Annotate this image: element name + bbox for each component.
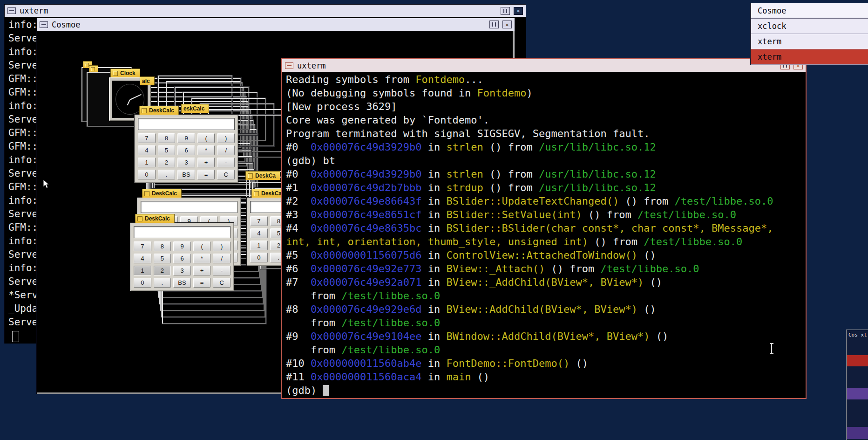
window-tab[interactable]	[89, 65, 98, 72]
calc-button-5[interactable]: 5	[158, 145, 176, 155]
calc-button-([interactable]: (	[193, 241, 211, 251]
close-button[interactable]: ✕	[502, 21, 512, 28]
calc-button-C[interactable]: C	[213, 278, 231, 288]
calc-button-5[interactable]: 5	[154, 254, 171, 263]
calc-button-C[interactable]: C	[217, 170, 235, 179]
deskcalc-window-tab[interactable]: DeskCalc	[142, 189, 182, 198]
close-icon: ✕	[516, 7, 520, 14]
terminal-line: (gdb)	[286, 385, 802, 397]
calc-button-.[interactable]: .	[154, 278, 171, 288]
calc-button-9[interactable]: 9	[177, 133, 195, 143]
calc-button-=[interactable]: =	[197, 170, 215, 179]
tab-close-box[interactable]	[254, 191, 259, 196]
calc-display[interactable]	[141, 201, 237, 213]
deskcalc-window-tab[interactable]: DeskCalc	[135, 214, 175, 223]
calc-button-*[interactable]: *	[197, 145, 215, 155]
tab-close-box[interactable]	[248, 173, 253, 179]
window-list-item-xterm[interactable]: xterm	[751, 34, 868, 49]
calc-button-0[interactable]: 0	[250, 253, 268, 262]
calc-button-4[interactable]: 4	[250, 228, 268, 238]
calc-button--[interactable]: -	[213, 266, 231, 275]
window-tab-partial[interactable]: DeskCa	[245, 171, 280, 180]
calc-display[interactable]	[134, 226, 231, 238]
calc-button-3[interactable]: 3	[173, 266, 191, 275]
calc-button-6[interactable]: 6	[173, 254, 191, 263]
window-tab-partial[interactable]: eskCalc	[181, 104, 209, 113]
calc-display[interactable]	[138, 118, 235, 130]
tab-close-box[interactable]	[85, 63, 89, 67]
calc-button-1[interactable]: 1	[138, 158, 156, 167]
tab-close-box[interactable]	[91, 67, 95, 71]
calc-button-2[interactable]: 2	[154, 266, 171, 275]
maximize-button[interactable]	[489, 21, 499, 28]
calc-button-/[interactable]: /	[217, 145, 235, 155]
tab-label: DeskCalc	[152, 190, 177, 197]
calc-button-7[interactable]: 7	[138, 133, 156, 143]
deskcalc-window[interactable]: DeskCalc 789()456*/123+-0.BS=C	[130, 222, 234, 291]
corner-menu-row[interactable]	[847, 427, 868, 439]
terminal-line: Reading symbols from Fontdemo...	[286, 74, 802, 87]
window-menu-icon[interactable]	[285, 62, 293, 69]
window-title: uxterm	[297, 61, 326, 70]
calc-button-9[interactable]: 9	[173, 241, 191, 251]
tab-label: DeskCa	[255, 172, 276, 179]
tab-close-box[interactable]	[137, 216, 142, 221]
calc-button-1[interactable]: 1	[134, 266, 151, 275]
terminal-line: (No debugging symbols found in Fontdemo)	[286, 87, 802, 101]
calc-button-0[interactable]: 0	[134, 278, 151, 288]
calc-button-1[interactable]: 1	[250, 241, 268, 250]
calc-button-*[interactable]: *	[193, 254, 211, 263]
calc-button-2[interactable]: 2	[158, 158, 176, 167]
calc-button-BS[interactable]: BS	[173, 278, 191, 288]
tab-close-box[interactable]	[113, 71, 118, 76]
calc-button-3[interactable]: 3	[177, 158, 195, 167]
calc-button-BS[interactable]: BS	[177, 170, 195, 179]
calc-button-7[interactable]: 7	[134, 241, 151, 251]
window-menu-icon[interactable]	[40, 21, 48, 28]
deskcalc-window-tab[interactable]: DeskCalc	[139, 106, 179, 115]
calc-button-0[interactable]: 0	[138, 170, 156, 179]
calc-button-+[interactable]: +	[193, 266, 211, 275]
window-tab-partial[interactable]: alc	[140, 76, 155, 85]
terminal-line: #1 0x000076c49d2b7bbb in strdup () from …	[286, 182, 802, 195]
terminal-line: #4 0x000076c49e8635bc in BSlider::BSlide…	[286, 222, 802, 236]
calc-button-)[interactable]: )	[217, 133, 235, 143]
terminal-line: Core was generated by `Fontdemo'.	[286, 114, 802, 128]
maximize-icon	[492, 22, 496, 27]
calc-button-4[interactable]: 4	[138, 145, 156, 155]
close-button[interactable]: ✕	[514, 7, 523, 15]
calc-button-+[interactable]: +	[197, 158, 215, 167]
window-menu-icon[interactable]	[7, 7, 16, 14]
clock-window-tab[interactable]: Clock	[110, 69, 140, 77]
window-list-item-cosmoe[interactable]: Cosmoe	[751, 3, 868, 19]
window-list-item-xterm[interactable]: xterm	[751, 49, 868, 65]
tab-close-box[interactable]	[144, 191, 149, 196]
calc-button-4[interactable]: 4	[134, 254, 151, 263]
calc-button-.[interactable]: .	[158, 170, 176, 179]
calc-button-7[interactable]: 7	[250, 216, 268, 226]
titlebar[interactable]: uxterm ✕	[282, 59, 806, 72]
titlebar[interactable]: Cosmoe ✕	[37, 18, 515, 31]
calc-keypad: 789()456*/123+-0.BS=C	[134, 241, 231, 288]
corner-menu-row[interactable]	[847, 355, 868, 366]
titlebar[interactable]: uxterm ✕	[5, 5, 526, 17]
calc-button-=[interactable]: =	[193, 278, 211, 288]
terminal-line: from /test/libbe.so.0	[286, 344, 802, 358]
corner-menu-row[interactable]	[847, 388, 868, 399]
terminal-line: #9 0x000076c49e9104ee in BWindow::AddChi…	[286, 330, 802, 344]
terminal-output[interactable]: Reading symbols from Fontdemo...(No debu…	[282, 72, 806, 397]
window-list-item-xclock[interactable]: xclock	[751, 19, 868, 34]
terminal-line: #11 0x000000011560aca4 in main ()	[286, 371, 802, 385]
terminal-line: Program terminated with signal SIGSEGV, …	[286, 128, 802, 141]
calc-button-/[interactable]: /	[213, 254, 231, 263]
calc-button-6[interactable]: 6	[177, 145, 195, 155]
terminal-line: from /test/libbe.so.0	[286, 317, 802, 330]
calc-button-)[interactable]: )	[213, 241, 231, 251]
maximize-button[interactable]	[501, 7, 510, 15]
calc-button-8[interactable]: 8	[154, 241, 171, 251]
calc-button-([interactable]: (	[197, 133, 215, 143]
deskcalc-window[interactable]: DeskCalc 789()456*/123+-0.BS=C	[134, 114, 238, 183]
calc-button--[interactable]: -	[217, 158, 235, 167]
tab-close-box[interactable]	[142, 108, 147, 113]
calc-button-8[interactable]: 8	[158, 133, 176, 143]
